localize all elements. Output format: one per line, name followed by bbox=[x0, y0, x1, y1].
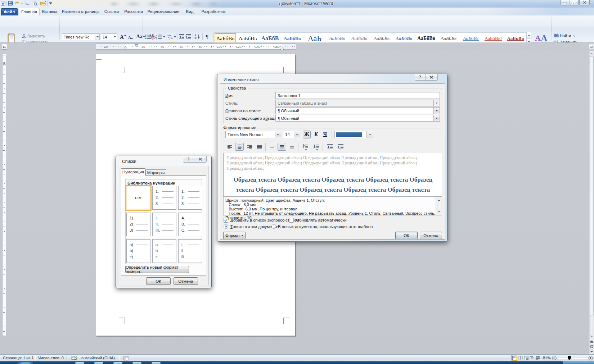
svg-text:Я: Я bbox=[194, 37, 197, 40]
svg-text:А: А bbox=[541, 33, 548, 42]
svg-text:А: А bbox=[120, 34, 124, 40]
svg-text:т: т bbox=[169, 38, 170, 40]
svg-text:А: А bbox=[535, 33, 541, 42]
svg-text:W: W bbox=[1, 2, 5, 5]
svg-text:А: А bbox=[128, 35, 131, 40]
svg-text:3: 3 bbox=[156, 38, 157, 40]
